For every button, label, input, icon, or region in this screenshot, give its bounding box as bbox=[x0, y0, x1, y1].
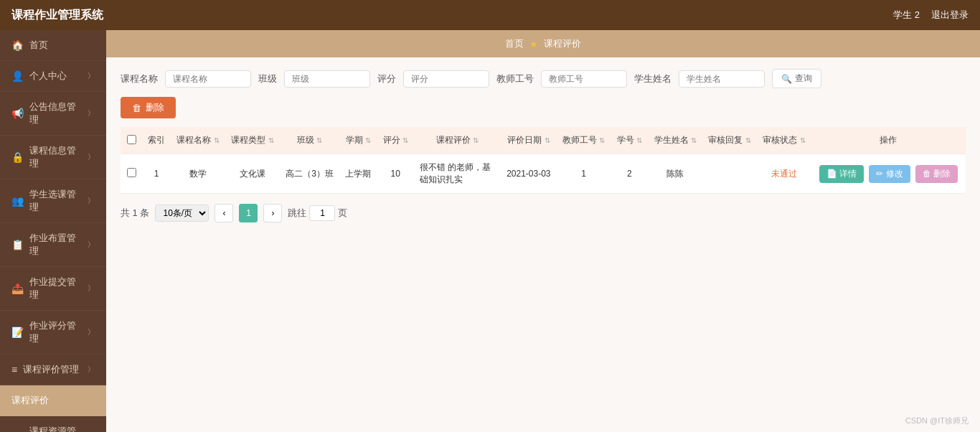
batch-delete-button[interactable]: 🗑 删除 bbox=[121, 97, 176, 118]
sidebar-label-course-eval-mgmt: 课程评价管理 bbox=[23, 363, 79, 376]
page-suffix-label: 页 bbox=[338, 207, 347, 220]
col-review-reply[interactable]: 审核回复 ⇅ bbox=[702, 127, 757, 154]
course-name-input[interactable] bbox=[165, 70, 251, 88]
col-student-id[interactable]: 学号 ⇅ bbox=[611, 127, 649, 154]
pagination: 共 1 条 10条/页20条/页50条/页 ‹ 1 › 跳往 页 bbox=[121, 204, 966, 222]
chart-icon: ≡ bbox=[11, 364, 17, 375]
row-checkbox[interactable] bbox=[127, 168, 136, 177]
col-semester[interactable]: 学期 ⇅ bbox=[339, 127, 377, 154]
goto-input[interactable] bbox=[309, 205, 335, 221]
cell-eval-date: 2021-03-03 bbox=[501, 154, 557, 194]
sidebar-label-course-info: 课程信息管理 bbox=[29, 144, 82, 170]
cell-score: 10 bbox=[377, 154, 414, 194]
sidebar-item-hw-assign[interactable]: 📋 作业布置管理 〉 bbox=[0, 223, 106, 267]
sidebar-item-course-eval-mgmt[interactable]: ≡ 课程评价管理 〉 bbox=[0, 354, 106, 385]
class-input[interactable] bbox=[284, 70, 370, 88]
cell-student-id: 2 bbox=[611, 154, 649, 194]
announcement-icon: 📢 bbox=[11, 108, 24, 119]
col-eval-date[interactable]: 评价日期 ⇅ bbox=[501, 127, 557, 154]
teacher-id-input[interactable] bbox=[541, 70, 627, 88]
sidebar-label-hw-assign: 作业布置管理 bbox=[29, 232, 82, 258]
cell-index: 1 bbox=[142, 154, 171, 194]
teacher-id-label: 教师工号 bbox=[496, 72, 534, 85]
student-name-input[interactable] bbox=[679, 70, 765, 88]
action-row: 🗑 删除 bbox=[121, 97, 966, 118]
edit-button[interactable]: ✏ 修改 bbox=[869, 165, 910, 183]
col-score[interactable]: 评分 ⇅ bbox=[377, 127, 414, 154]
cell-review-reply bbox=[702, 154, 757, 194]
col-status[interactable]: 审核状态 ⇅ bbox=[757, 127, 811, 154]
next-page-button[interactable]: › bbox=[263, 204, 282, 222]
sidebar-item-student-select[interactable]: 👥 学生选课管理 〉 bbox=[0, 179, 106, 223]
total-count: 共 1 条 bbox=[121, 207, 149, 220]
table-row: 1 数学 文化课 高二（3）班 上学期 10 很不错 的老师，基础知识扎实 20… bbox=[121, 154, 966, 194]
chevron-right-icon7: 〉 bbox=[88, 327, 95, 337]
sidebar-item-course-resource[interactable]: 📁 课程资源管理 〉 bbox=[0, 416, 106, 432]
chevron-right-icon5: 〉 bbox=[88, 240, 95, 250]
home-icon: 🏠 bbox=[11, 39, 24, 51]
breadcrumb: 首页 ★ 课程评价 bbox=[106, 30, 980, 57]
logout-button[interactable]: 退出登录 bbox=[931, 9, 969, 22]
course-name-label: 课程名称 bbox=[121, 72, 158, 85]
score-label: 评分 bbox=[377, 72, 396, 85]
breadcrumb-star: ★ bbox=[529, 39, 538, 50]
cell-status: 未通过 bbox=[757, 154, 811, 194]
col-teacher-id[interactable]: 教师工号 ⇅ bbox=[557, 127, 611, 154]
sidebar-item-hw-submit[interactable]: 📤 作业提交管理 〉 bbox=[0, 267, 106, 311]
sidebar-item-home[interactable]: 🏠 首页 bbox=[0, 30, 106, 61]
row-delete-button[interactable]: 🗑 删除 bbox=[915, 165, 958, 183]
layout: 🏠 首页 👤 个人中心 〉 📢 公告信息管理 〉 🔒 课程信息管理 〉 👥 学生… bbox=[0, 30, 980, 432]
search-button[interactable]: 🔍 查询 bbox=[772, 69, 821, 88]
sidebar-label-announcement: 公告信息管理 bbox=[29, 100, 82, 126]
chevron-right-icon3: 〉 bbox=[88, 152, 95, 162]
sidebar-label-student-select: 学生选课管理 bbox=[29, 188, 82, 214]
clipboard-icon: 📋 bbox=[11, 239, 24, 250]
sidebar-item-course-eval[interactable]: 课程评价 bbox=[0, 385, 106, 416]
chevron-right-icon4: 〉 bbox=[88, 196, 95, 206]
detail-button[interactable]: 📄 详情 bbox=[819, 165, 864, 183]
col-class[interactable]: 班级 ⇅ bbox=[280, 127, 339, 154]
score-input[interactable] bbox=[403, 70, 489, 88]
col-student-name[interactable]: 学生姓名 ⇅ bbox=[648, 127, 702, 154]
page-1-button[interactable]: 1 bbox=[239, 204, 258, 222]
col-index: 索引 bbox=[142, 127, 171, 154]
header-right: 学生 2 退出登录 bbox=[893, 9, 969, 22]
watermark: CSDN @IT徐师兄 bbox=[905, 415, 969, 426]
col-actions: 操作 bbox=[811, 127, 966, 154]
sidebar-label-hw-grade: 作业评分管理 bbox=[29, 319, 82, 345]
row-checkbox-cell[interactable] bbox=[121, 154, 142, 194]
memo-icon: 📝 bbox=[11, 327, 24, 338]
chevron-right-icon6: 〉 bbox=[88, 283, 95, 294]
breadcrumb-current: 课程评价 bbox=[544, 37, 581, 50]
app-title: 课程作业管理系统 bbox=[11, 8, 103, 23]
per-page-select[interactable]: 10条/页20条/页50条/页 bbox=[155, 205, 209, 222]
col-course-name[interactable]: 课程名称 ⇅ bbox=[171, 127, 225, 154]
select-all-checkbox[interactable] bbox=[127, 135, 136, 144]
filter-row: 课程名称 班级 评分 教师工号 学生姓名 🔍 查询 bbox=[121, 69, 966, 88]
sidebar-item-personal[interactable]: 👤 个人中心 〉 bbox=[0, 61, 106, 92]
sidebar-item-course-info[interactable]: 🔒 课程信息管理 〉 bbox=[0, 136, 106, 179]
col-evaluation[interactable]: 课程评价 ⇅ bbox=[414, 127, 501, 154]
content-area: 课程名称 班级 评分 教师工号 学生姓名 🔍 查询 🗑 bbox=[106, 57, 980, 432]
student-name-label: 学生姓名 bbox=[634, 72, 672, 85]
sidebar: 🏠 首页 👤 个人中心 〉 📢 公告信息管理 〉 🔒 课程信息管理 〉 👥 学生… bbox=[0, 30, 106, 432]
table-head: 索引 课程名称 ⇅ 课程类型 ⇅ 班级 ⇅ 学期 ⇅ 评分 ⇅ 课程评价 ⇅ 评… bbox=[121, 127, 966, 154]
breadcrumb-home[interactable]: 首页 bbox=[505, 37, 524, 50]
upload-icon: 📤 bbox=[11, 283, 24, 294]
sidebar-label-course-resource: 课程资源管理 bbox=[29, 425, 82, 432]
cell-course-name: 数学 bbox=[171, 154, 225, 194]
sidebar-label-personal: 个人中心 bbox=[29, 70, 67, 83]
col-course-type[interactable]: 课程类型 ⇅ bbox=[225, 127, 280, 154]
sidebar-item-hw-grade[interactable]: 📝 作业评分管理 〉 bbox=[0, 311, 106, 354]
page-jump: 跳往 页 bbox=[288, 205, 347, 221]
class-label: 班级 bbox=[258, 72, 277, 85]
cell-actions: 📄 详情 ✏ 修改 🗑 删除 bbox=[811, 154, 966, 194]
header: 课程作业管理系统 学生 2 退出登录 bbox=[0, 0, 980, 30]
lock-icon: 🔒 bbox=[11, 151, 24, 163]
prev-page-button[interactable]: ‹ bbox=[215, 204, 233, 222]
table-body: 1 数学 文化课 高二（3）班 上学期 10 很不错 的老师，基础知识扎实 20… bbox=[121, 154, 966, 194]
current-user: 学生 2 bbox=[893, 9, 920, 22]
course-eval-table: 索引 课程名称 ⇅ 课程类型 ⇅ 班级 ⇅ 学期 ⇅ 评分 ⇅ 课程评价 ⇅ 评… bbox=[121, 127, 966, 194]
select-all-cell[interactable] bbox=[121, 127, 142, 154]
sidebar-item-announcement[interactable]: 📢 公告信息管理 〉 bbox=[0, 92, 106, 136]
